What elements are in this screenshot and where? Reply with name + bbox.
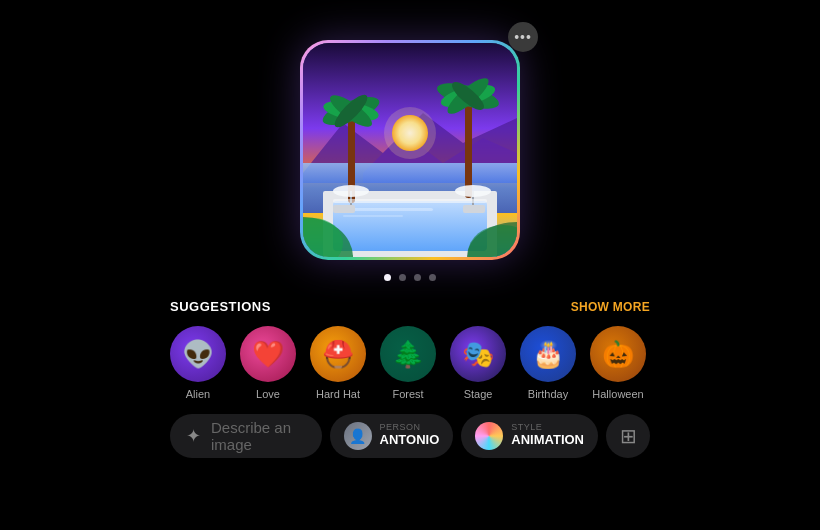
style-icon	[475, 422, 503, 450]
suggestion-label-birthday: Birthday	[528, 388, 568, 400]
pagination	[384, 274, 436, 281]
describe-input[interactable]: ✦ Describe an image	[170, 414, 322, 458]
svg-rect-26	[333, 199, 487, 203]
person-label: PERSON	[380, 423, 440, 432]
suggestions-title: SUGGESTIONS	[170, 299, 271, 314]
image-inner	[303, 43, 517, 257]
svg-point-23	[455, 185, 491, 197]
style-label: STYLE	[511, 423, 584, 432]
style-pill-button[interactable]: STYLE ANIMATION	[461, 414, 598, 458]
suggestion-icon-love: ❤️	[240, 326, 296, 382]
suggestion-item-alien[interactable]: 👽Alien	[170, 326, 226, 400]
suggestion-item-halloween[interactable]: 🎃Halloween	[590, 326, 646, 400]
suggestion-label-halloween: Halloween	[592, 388, 643, 400]
sparkle-icon: ✦	[186, 425, 201, 447]
svg-rect-15	[465, 98, 472, 198]
style-value: ANIMATION	[511, 432, 584, 449]
suggestion-icon-forest: 🌲	[380, 326, 436, 382]
person-avatar: 👤	[344, 422, 372, 450]
person-value: ANTONIO	[380, 432, 440, 449]
gallery-button[interactable]: ⊞	[606, 414, 650, 458]
style-pill-text: STYLE ANIMATION	[511, 423, 584, 449]
bottom-bar: ✦ Describe an image 👤 PERSON ANTONIO STY…	[0, 414, 820, 458]
image-frame	[300, 40, 520, 260]
suggestion-icon-alien: 👽	[170, 326, 226, 382]
svg-point-4	[384, 107, 436, 159]
suggestion-item-love[interactable]: ❤️Love	[240, 326, 296, 400]
suggestion-item-hard-hat[interactable]: ⛑️Hard Hat	[310, 326, 366, 400]
dot-4[interactable]	[429, 274, 436, 281]
svg-point-21	[333, 185, 369, 197]
show-more-button[interactable]: SHOW MORE	[571, 300, 650, 314]
suggestion-label-forest: Forest	[392, 388, 423, 400]
more-options-button[interactable]: •••	[508, 22, 538, 52]
suggestions-section: SUGGESTIONS SHOW MORE 👽Alien❤️Love⛑️Hard…	[0, 299, 820, 400]
suggestion-icon-birthday: 🎂	[520, 326, 576, 382]
suggestion-item-forest[interactable]: 🌲Forest	[380, 326, 436, 400]
scene-illustration	[303, 43, 517, 257]
suggestion-item-stage[interactable]: 🎭Stage	[450, 326, 506, 400]
svg-rect-24	[333, 205, 355, 213]
describe-placeholder: Describe an image	[211, 419, 306, 453]
suggestion-item-birthday[interactable]: 🎂Birthday	[520, 326, 576, 400]
person-pill-text: PERSON ANTONIO	[380, 423, 440, 449]
dot-3[interactable]	[414, 274, 421, 281]
suggestion-icon-hard hat: ⛑️	[310, 326, 366, 382]
suggestions-list: 👽Alien❤️Love⛑️Hard Hat🌲Forest🎭Stage🎂Birt…	[170, 326, 650, 400]
main-image-area: •••	[300, 40, 520, 260]
dot-2[interactable]	[399, 274, 406, 281]
gallery-icon: ⊞	[620, 424, 637, 448]
suggestion-icon-halloween: 🎃	[590, 326, 646, 382]
suggestion-label-hard hat: Hard Hat	[316, 388, 360, 400]
person-pill-button[interactable]: 👤 PERSON ANTONIO	[330, 414, 454, 458]
suggestions-header: SUGGESTIONS SHOW MORE	[170, 299, 650, 314]
svg-rect-9	[343, 215, 403, 217]
suggestion-label-alien: Alien	[186, 388, 210, 400]
suggestion-label-stage: Stage	[464, 388, 493, 400]
suggestion-label-love: Love	[256, 388, 280, 400]
svg-rect-25	[463, 205, 485, 213]
svg-rect-8	[353, 208, 433, 211]
dot-1[interactable]	[384, 274, 391, 281]
suggestion-icon-stage: 🎭	[450, 326, 506, 382]
